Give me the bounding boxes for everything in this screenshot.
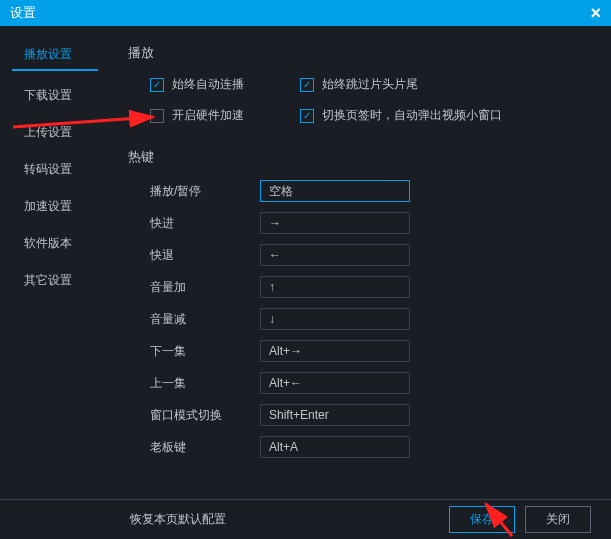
close-icon[interactable]: × (590, 3, 601, 24)
main-panel: 播放 始终自动连播 始终跳过片头片尾 开启硬件加速 (110, 26, 611, 499)
hotkey-input-volup[interactable] (260, 276, 410, 298)
content: 播放设置 下载设置 上传设置 转码设置 加速设置 软件版本 其它设置 播放 始终… (0, 26, 611, 499)
sidebar-item-transcode[interactable]: 转码设置 (0, 151, 110, 188)
checkbox-autoplay[interactable]: 始终自动连播 (150, 76, 300, 93)
checkbox-icon (150, 78, 164, 92)
hotkey-input-bosskey[interactable] (260, 436, 410, 458)
checkbox-label: 切换页签时，自动弹出视频小窗口 (322, 107, 502, 124)
sidebar-item-playback[interactable]: 播放设置 (12, 36, 98, 71)
checkbox-hardware-accel[interactable]: 开启硬件加速 (150, 107, 300, 124)
hotkey-label: 音量加 (150, 279, 260, 296)
checkbox-skip-intro[interactable]: 始终跳过片头片尾 (300, 76, 418, 93)
playback-section-title: 播放 (128, 44, 591, 62)
playback-options: 始终自动连播 始终跳过片头片尾 开启硬件加速 切换页签时，自动弹出视频小窗口 (150, 76, 591, 124)
hotkey-input-prev[interactable] (260, 372, 410, 394)
hotkey-row-forward: 快进 (150, 212, 591, 234)
checkbox-icon (300, 109, 314, 123)
hotkey-input-forward[interactable] (260, 212, 410, 234)
hotkey-label: 窗口模式切换 (150, 407, 260, 424)
hotkey-row-next: 下一集 (150, 340, 591, 362)
hotkey-label: 快退 (150, 247, 260, 264)
hotkey-input-voldown[interactable] (260, 308, 410, 330)
window-title: 设置 (10, 4, 590, 22)
sidebar-item-other[interactable]: 其它设置 (0, 262, 110, 299)
checkbox-label: 开启硬件加速 (172, 107, 244, 124)
checkbox-label: 始终自动连播 (172, 76, 244, 93)
hotkey-row-prev: 上一集 (150, 372, 591, 394)
hotkey-label: 播放/暂停 (150, 183, 260, 200)
checkbox-icon (300, 78, 314, 92)
close-button[interactable]: 关闭 (525, 506, 591, 533)
sidebar-item-upload[interactable]: 上传设置 (0, 114, 110, 151)
hotkey-list: 播放/暂停 快进 快退 音量加 音量减 下一集 (128, 180, 591, 458)
hotkey-label: 下一集 (150, 343, 260, 360)
hotkey-row-rewind: 快退 (150, 244, 591, 266)
checkbox-label: 始终跳过片头片尾 (322, 76, 418, 93)
hotkey-row-windowmode: 窗口模式切换 (150, 404, 591, 426)
hotkey-label: 上一集 (150, 375, 260, 392)
sidebar: 播放设置 下载设置 上传设置 转码设置 加速设置 软件版本 其它设置 (0, 26, 110, 499)
hotkey-input-playpause[interactable] (260, 180, 410, 202)
hotkey-row-voldown: 音量减 (150, 308, 591, 330)
save-button[interactable]: 保存 (449, 506, 515, 533)
hotkey-input-next[interactable] (260, 340, 410, 362)
hotkey-section-title: 热键 (128, 148, 591, 166)
checkbox-popout-video[interactable]: 切换页签时，自动弹出视频小窗口 (300, 107, 502, 124)
hotkey-label: 音量减 (150, 311, 260, 328)
sidebar-item-accelerate[interactable]: 加速设置 (0, 188, 110, 225)
sidebar-item-version[interactable]: 软件版本 (0, 225, 110, 262)
hotkey-label: 老板键 (150, 439, 260, 456)
sidebar-item-download[interactable]: 下载设置 (0, 77, 110, 114)
hotkey-input-rewind[interactable] (260, 244, 410, 266)
hotkey-row-bosskey: 老板键 (150, 436, 591, 458)
hotkey-row-playpause: 播放/暂停 (150, 180, 591, 202)
checkbox-icon (150, 109, 164, 123)
footer: 恢复本页默认配置 保存 关闭 (0, 499, 611, 539)
hotkey-row-volup: 音量加 (150, 276, 591, 298)
hotkey-label: 快进 (150, 215, 260, 232)
restore-defaults-link[interactable]: 恢复本页默认配置 (130, 511, 439, 528)
titlebar: 设置 × (0, 0, 611, 26)
hotkey-input-windowmode[interactable] (260, 404, 410, 426)
